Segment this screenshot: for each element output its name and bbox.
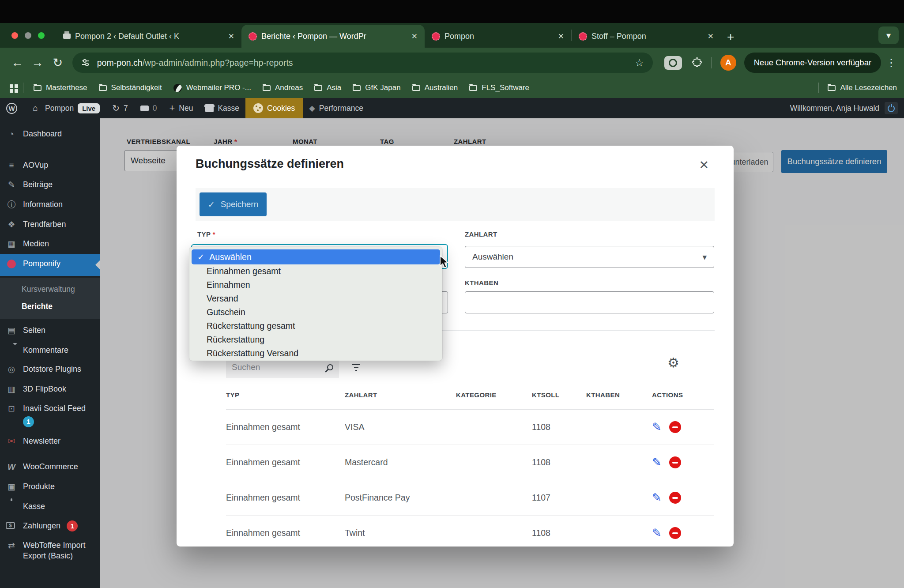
back-icon[interactable]: ← bbox=[7, 56, 27, 70]
tab-close-icon[interactable]: ✕ bbox=[708, 32, 714, 41]
save-button[interactable]: ✓ Speichern bbox=[200, 192, 267, 216]
sidebar-item-pomponify[interactable]: Pomponify bbox=[0, 254, 100, 276]
sidebar-item-information[interactable]: ⓘ Information bbox=[0, 195, 100, 215]
sidebar-item-kommentare[interactable]: Kommentare bbox=[0, 341, 100, 360]
all-bookmarks[interactable]: Alle Lesezeichen bbox=[810, 83, 897, 93]
submenu-item-berichte-current[interactable]: Berichte bbox=[22, 302, 100, 311]
gear-icon[interactable]: ⚙ bbox=[667, 355, 679, 370]
zahlart-select[interactable]: Auswählen ▾ bbox=[465, 246, 714, 268]
dropdown-option[interactable]: Rückerstattung bbox=[189, 333, 442, 347]
address-bar[interactable]: pom-pon.ch/wp-admin/admin.php?page=hp-re… bbox=[72, 53, 653, 73]
sidebar-item-dotstore[interactable]: ◎ Dotstore Plugins bbox=[0, 360, 100, 380]
woocommerce-icon: W bbox=[6, 462, 17, 473]
sidebar-item-kasse[interactable]: Kasse bbox=[0, 497, 100, 516]
modal-close-icon[interactable]: ✕ bbox=[699, 158, 709, 172]
updates-menu[interactable]: ↻ 7 bbox=[106, 98, 134, 118]
search-icon[interactable] bbox=[327, 364, 333, 370]
dropdown-option-selected[interactable]: ✓ Auswählen bbox=[192, 249, 440, 264]
tab-close-icon[interactable]: ✕ bbox=[228, 32, 234, 41]
sidebar-item-produkte[interactable]: ▣ Produkte bbox=[0, 477, 100, 497]
cell-ktsoll: 1108 bbox=[532, 457, 586, 467]
new-content-menu[interactable]: + Neu bbox=[163, 98, 199, 118]
browser-tab[interactable]: Pompon 2 ‹ Default Outlet ‹ K ✕ bbox=[56, 25, 241, 48]
edit-pencil-icon[interactable]: ✎ bbox=[652, 456, 662, 469]
site-settings-icon[interactable] bbox=[81, 58, 90, 67]
screenshot-extension-icon[interactable] bbox=[664, 56, 682, 70]
tab-title: Pompon bbox=[444, 32, 474, 41]
sidebar-item-aovup[interactable]: ≡ AOVup bbox=[0, 156, 100, 176]
extensions-puzzle-icon[interactable] bbox=[692, 57, 702, 68]
sidebar-item-zahlungen[interactable]: $ Zahlungen 1 bbox=[0, 516, 100, 536]
delete-minus-icon[interactable] bbox=[669, 492, 681, 504]
dropdown-option[interactable]: Gutschein bbox=[189, 305, 442, 319]
tab-search-chevron-button[interactable]: ▾ bbox=[878, 26, 899, 44]
delete-minus-icon[interactable] bbox=[669, 527, 681, 539]
sidebar-item-inavii[interactable]: ⊡ Inavii Social Feed 1 bbox=[0, 399, 100, 431]
kthaben-input[interactable] bbox=[465, 291, 714, 313]
bookmark-item[interactable]: Webmailer PRO -... bbox=[168, 83, 257, 92]
wp-logo-menu[interactable]: W bbox=[0, 98, 23, 118]
sidebar-item-flipbook[interactable]: ▥ 3D FlipBook bbox=[0, 380, 100, 400]
performance-menu[interactable]: ◆ Performance bbox=[303, 98, 369, 118]
sidebar-item-trendfarben[interactable]: ❖ Trendfarben bbox=[0, 215, 100, 235]
bookmark-star-icon[interactable]: ☆ bbox=[635, 57, 644, 69]
browser-tab[interactable]: Stoff – Pompon ✕ bbox=[572, 25, 721, 48]
submenu-item-kursverwaltung[interactable]: Kursverwaltung bbox=[22, 285, 100, 294]
bookmark-folder[interactable]: Masterthese bbox=[28, 83, 93, 92]
admin-bar-account[interactable]: Willkommen, Anja Huwald bbox=[790, 102, 904, 114]
tab-close-icon[interactable]: ✕ bbox=[558, 32, 564, 41]
cell-ktsoll: 1108 bbox=[532, 528, 586, 538]
table-row: Einnahmen gesamt Mastercard 1108 ✎ bbox=[226, 445, 714, 480]
comments-menu[interactable]: 0 bbox=[134, 98, 163, 118]
sidebar-item-beitraege[interactable]: ✎ Beiträge bbox=[0, 175, 100, 195]
delete-minus-icon[interactable] bbox=[669, 456, 681, 468]
bookmark-folder[interactable]: Asia bbox=[309, 83, 347, 92]
sidebar-item-newsletter[interactable]: ✉ Newsletter bbox=[0, 432, 100, 452]
kasse-menu[interactable]: Kasse bbox=[199, 98, 245, 118]
sidebar-item-label: Zahlungen 1 bbox=[23, 520, 96, 531]
sidebar-item-webtoffee[interactable]: ⇄ WebToffee Import Export (Basic) bbox=[0, 536, 100, 565]
bookmark-folder[interactable]: Selbständigkeit bbox=[93, 83, 168, 92]
dropdown-option[interactable]: Versand bbox=[189, 292, 442, 305]
tab-close-icon[interactable]: ✕ bbox=[411, 32, 418, 41]
sidebar-item-medien[interactable]: ▦ Medien bbox=[0, 234, 100, 254]
bookmark-folder[interactable]: Australien bbox=[407, 83, 464, 92]
sidebar-item-seiten[interactable]: ▤ Seiten bbox=[0, 321, 100, 341]
minimize-window-button[interactable] bbox=[25, 32, 31, 39]
browser-menu-kebab-icon[interactable]: ⋮ bbox=[885, 57, 897, 69]
close-window-button[interactable] bbox=[11, 32, 18, 39]
cell-actions: ✎ bbox=[652, 491, 714, 505]
check-icon: ✓ bbox=[208, 200, 215, 210]
edit-pencil-icon[interactable]: ✎ bbox=[652, 420, 662, 434]
reload-icon[interactable]: ↻ bbox=[48, 56, 68, 70]
dropdown-option[interactable]: Rückerstattung gesamt bbox=[189, 319, 442, 333]
apps-grid-icon[interactable] bbox=[10, 84, 13, 88]
bookmark-folder[interactable]: Andreas bbox=[257, 83, 309, 92]
dropdown-option[interactable]: Einnahmen bbox=[189, 278, 442, 292]
delete-minus-icon[interactable] bbox=[669, 421, 681, 433]
edit-pencil-icon[interactable]: ✎ bbox=[652, 491, 662, 505]
dropdown-option[interactable]: Rückerstattung Versand bbox=[189, 347, 442, 360]
bookmark-folder[interactable]: FLS_Software bbox=[463, 83, 535, 92]
url-text: pom-pon.ch/wp-admin/admin.php?page=hp-re… bbox=[97, 58, 293, 68]
search-input[interactable] bbox=[232, 362, 316, 372]
edit-pencil-icon[interactable]: ✎ bbox=[652, 526, 662, 540]
folder-icon bbox=[412, 85, 420, 91]
logout-power-icon[interactable] bbox=[885, 102, 898, 114]
cookies-menu[interactable]: Cookies bbox=[245, 98, 303, 118]
filter-icon[interactable] bbox=[352, 364, 360, 365]
site-name-menu[interactable]: ⌂ Pompon Live bbox=[23, 98, 106, 118]
chrome-update-button[interactable]: Neue Chrome-Version verfügbar bbox=[744, 53, 881, 73]
dropdown-option[interactable]: Einnahmen gesamt bbox=[189, 264, 442, 278]
bookmark-folder[interactable]: GfK Japan bbox=[347, 83, 406, 92]
sidebar-item-dashboard[interactable]: ◔ Dashboard bbox=[0, 124, 100, 144]
browser-tab-active[interactable]: Berichte ‹ Pompon — WordPr ✕ bbox=[241, 25, 425, 48]
sidebar-item-woocommerce[interactable]: W WooCommerce bbox=[0, 457, 100, 477]
new-tab-button[interactable]: + bbox=[721, 30, 742, 48]
table-row: Einnahmen gesamt Twint 1108 ✎ bbox=[226, 516, 714, 547]
sidebar-item-label: Information bbox=[23, 200, 96, 210]
zoom-window-button[interactable] bbox=[38, 32, 45, 39]
forward-icon[interactable]: → bbox=[27, 56, 48, 70]
profile-avatar[interactable]: A bbox=[720, 55, 736, 71]
browser-tab[interactable]: Pompon ✕ bbox=[425, 25, 571, 48]
